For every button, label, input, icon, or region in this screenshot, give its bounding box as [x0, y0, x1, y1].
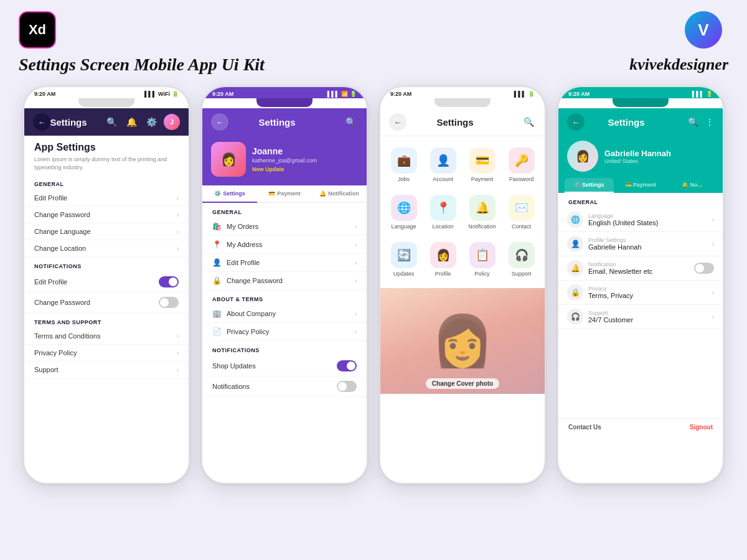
xd-label: Xd [29, 22, 46, 38]
section-general-2: GENERAL [202, 203, 367, 218]
grid-item-support[interactable]: 🎧 Support [503, 237, 540, 282]
chevron-language-4: › [712, 217, 714, 223]
notification-label-4: Notification [588, 261, 652, 268]
search-icon-3[interactable]: 🔍 [521, 114, 536, 129]
time-3: 9:20 AM [390, 91, 411, 97]
support-icon: 🎧 [509, 242, 535, 268]
menu-support-1[interactable]: Support › [24, 362, 189, 378]
menu-notifications-toggle[interactable]: Notifications [202, 376, 367, 397]
teal-user-info: Gabrielle Hannah United States [604, 149, 714, 164]
phone-2: 9:20 AM ▌▌▌ 📶 🔋 ← Settings 🔍 👩 Joanne ka… [201, 86, 368, 484]
notification-icon-4: 🔔 [567, 260, 583, 276]
phone-4: 9:20 AM ▌▌▌ 🔋 ← Settings 🔍 ⋮ 👩 Gabrielle… [557, 86, 724, 484]
menu-label-terms: Terms and Conditions [34, 332, 100, 340]
toggle-edit-profile[interactable] [159, 276, 179, 287]
grid-item-policy[interactable]: 📋 Policy [464, 237, 500, 282]
menu-change-location[interactable]: Change Location › [24, 240, 189, 257]
menu-change-password-2[interactable]: 🔒 Change Password › [202, 272, 367, 290]
label-notifications-toggle: Notifications [212, 383, 250, 390]
search-icon-2[interactable]: 🔍 [343, 114, 358, 129]
orders-icon: 🛍️ [212, 222, 222, 231]
chevron-privacy-policy-2: › [355, 329, 357, 335]
teal-tab-notification[interactable]: 🔔 No... [667, 178, 716, 193]
search-icon-4[interactable]: 🔍 [685, 114, 700, 129]
toggle-notifications[interactable] [337, 381, 357, 392]
menu-notif-change-password[interactable]: Change Password [24, 292, 189, 313]
more-options-icon[interactable]: ⋮ [705, 117, 714, 127]
settings-language[interactable]: 🌐 Language English (United States) › [558, 208, 723, 232]
menu-label-edit-profile: Edit Profile [34, 194, 67, 202]
chevron-edit-profile-2: › [355, 259, 357, 266]
policy-icon-2: 📄 [212, 327, 222, 336]
grid-item-location[interactable]: 📍 Location [425, 190, 461, 235]
menu-about-company[interactable]: 🏢 About Company › [202, 305, 367, 323]
menu-privacy-policy-1[interactable]: Privacy Policy › [24, 345, 189, 362]
settings-support[interactable]: 🎧 Support 24/7 Customer › [558, 305, 723, 329]
chevron-my-address: › [355, 241, 357, 248]
grid-item-payment[interactable]: 💳 Payment [464, 142, 500, 187]
signal-icon-3: ▌▌▌ [514, 91, 526, 97]
menu-my-address[interactable]: 📍 My Address › [202, 236, 367, 254]
menu-change-password[interactable]: Change Password › [24, 207, 189, 223]
avatar-1[interactable]: J [164, 114, 180, 130]
battery-icon-2: 🔋 [350, 91, 357, 97]
bell-icon-1[interactable]: 🔔 [124, 114, 139, 129]
language-label: Language [391, 223, 416, 230]
toggle-shop-updates[interactable] [337, 360, 357, 371]
menu-edit-profile[interactable]: Edit Profile › [24, 190, 189, 207]
grid-item-updates[interactable]: 🔄 Updates [385, 237, 422, 282]
menu-shop-updates[interactable]: Shop Updates [202, 356, 367, 376]
change-cover-label[interactable]: Change Cover photo [426, 378, 499, 389]
menu-label-notif-edit-profile: Edit Profile [34, 278, 67, 286]
header: Xd V [0, 0, 747, 55]
tab-notification-2[interactable]: 🔔 Notification [312, 185, 367, 203]
menu-change-language[interactable]: Change Language › [24, 223, 189, 240]
grid-item-notification[interactable]: 🔔 Notification [464, 190, 500, 235]
policy-label: Policy [474, 271, 489, 277]
grid-item-account[interactable]: 👤 Account [425, 142, 461, 187]
signout-button[interactable]: Signout [690, 424, 713, 431]
toggle-knob-notif [338, 382, 347, 391]
menu-my-orders[interactable]: 🛍️ My Orders › [202, 218, 367, 236]
payment-label: Payment [471, 176, 494, 182]
settings-profile[interactable]: 👤 Profile Settings Gabrielle Hannah › [558, 232, 723, 256]
settings-notification[interactable]: 🔔 Notification Email, Newsletter etc [558, 256, 723, 281]
jobs-icon: 💼 [391, 147, 417, 174]
chevron-my-orders: › [355, 223, 357, 230]
menu-notif-edit-profile[interactable]: Edit Profile [24, 272, 189, 292]
gear-icon-1[interactable]: ⚙️ [144, 114, 159, 129]
tab-payment-2[interactable]: 💳 Payment [257, 185, 312, 203]
toggle-notification-4[interactable] [694, 263, 714, 274]
grid-item-jobs[interactable]: 💼 Jobs [385, 142, 422, 187]
grid-item-password[interactable]: 🔑 Password [503, 142, 540, 187]
policy-icon-3: 📋 [469, 242, 496, 268]
teal-tab-payment[interactable]: 💳 Payment [616, 178, 665, 193]
grid-item-contact[interactable]: ✉️ Contact [503, 190, 540, 235]
top-bar-4: ← Settings 🔍 ⋮ [558, 108, 723, 136]
profile-icon-2: 👤 [212, 258, 222, 267]
menu-terms-conditions[interactable]: Terms and Conditions › [24, 328, 189, 345]
grid-container: 💼 Jobs 👤 Account 💳 Payment 🔑 Password 🌐 … [380, 136, 545, 288]
tab-settings-2[interactable]: ⚙️ Settings [202, 185, 257, 203]
user-name-2: Joanne [252, 146, 358, 156]
label-privacy-policy-2: Privacy Policy [227, 328, 269, 335]
grid-item-language[interactable]: 🌐 Language [385, 190, 422, 235]
menu-edit-profile-2[interactable]: 👤 Edit Profile › [202, 254, 367, 272]
chevron-about-company: › [355, 310, 357, 317]
toggle-change-password[interactable] [159, 297, 179, 308]
top-bar-1: ← Settings 🔍 🔔 ⚙️ J [24, 108, 189, 136]
updates-icon: 🔄 [391, 242, 417, 268]
profile-settings-label: Profile Settings [588, 237, 642, 243]
teal-tab-settings[interactable]: ⚙️ Settings [565, 178, 614, 193]
contact-us-button[interactable]: Contact Us [568, 424, 601, 431]
language-icon: 🌐 [391, 195, 417, 221]
profile-icon-4: 👤 [567, 236, 583, 252]
profile-settings-value: Gabrielle Hannah [588, 243, 642, 251]
grid-item-profile[interactable]: 👩 Profile [425, 237, 461, 282]
chevron-change-language: › [177, 228, 179, 235]
app-settings-title: App Settings [34, 142, 179, 153]
search-icon-1[interactable]: 🔍 [104, 114, 119, 129]
menu-privacy-policy-2[interactable]: 📄 Privacy Policy › [202, 323, 367, 341]
settings-privacy[interactable]: 🔒 Privacy Terms, Privacy › [558, 281, 723, 305]
password-icon: 🔑 [509, 147, 535, 174]
